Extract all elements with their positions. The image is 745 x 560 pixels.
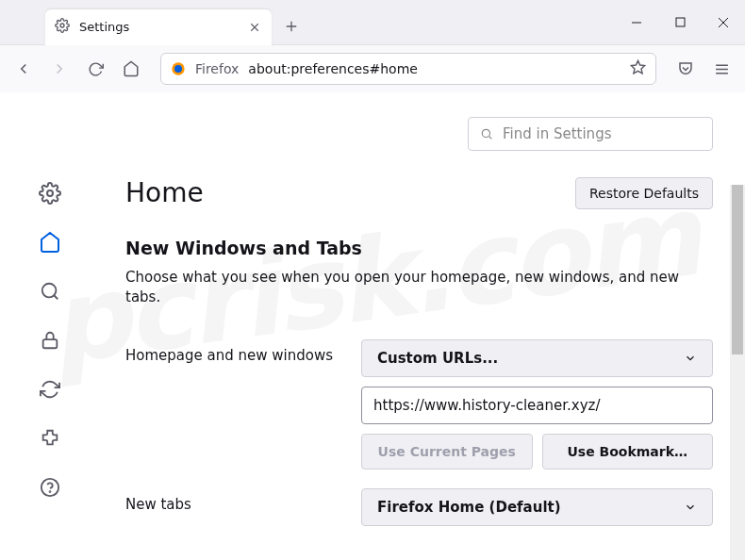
svg-point-9 [49, 491, 50, 492]
menu-button[interactable] [705, 53, 737, 85]
content-area: Find in Settings Home Restore Defaults N… [0, 92, 745, 560]
restore-defaults-button[interactable]: Restore Defaults [575, 177, 713, 209]
sidebar-help-icon[interactable] [39, 476, 61, 499]
search-placeholder: Find in Settings [503, 125, 611, 142]
use-current-pages-button[interactable]: Use Current Pages [361, 434, 533, 469]
find-in-settings-input[interactable]: Find in Settings [468, 117, 713, 151]
svg-rect-7 [42, 339, 57, 348]
sidebar-search-icon[interactable] [39, 280, 61, 303]
section-heading: New Windows and Tabs [125, 238, 713, 258]
maximize-button[interactable] [658, 0, 702, 45]
browser-tab[interactable]: Settings [45, 9, 272, 45]
use-bookmark-button[interactable]: Use Bookmark… [542, 434, 714, 469]
section-description: Choose what you see when you open your h… [125, 268, 713, 307]
back-button[interactable] [8, 53, 40, 85]
window-controls [615, 0, 745, 45]
url-text: about:preferences#home [248, 61, 418, 76]
close-icon[interactable] [247, 20, 262, 35]
sidebar-extensions-icon[interactable] [39, 427, 61, 450]
gear-icon [55, 18, 70, 37]
reload-button[interactable] [79, 53, 111, 85]
settings-sidebar [0, 92, 99, 560]
bookmark-star-icon[interactable] [630, 59, 646, 79]
minimize-button[interactable] [615, 0, 658, 45]
sidebar-home-icon[interactable] [39, 231, 61, 254]
page-title: Home [125, 177, 204, 208]
svg-point-0 [60, 24, 64, 27]
svg-rect-1 [676, 18, 685, 26]
svg-point-5 [47, 190, 53, 196]
svg-marker-4 [631, 60, 644, 73]
pocket-button[interactable] [670, 53, 702, 85]
new-tab-button[interactable] [277, 12, 306, 41]
home-button[interactable] [115, 53, 147, 85]
newtabs-label: New tabs [125, 488, 342, 513]
url-bar[interactable]: Firefox about:preferences#home [160, 53, 656, 85]
tab-title: Settings [79, 20, 238, 34]
url-identity: Firefox [195, 61, 239, 76]
firefox-icon [171, 61, 186, 76]
forward-button[interactable] [43, 53, 75, 85]
close-window-button[interactable] [702, 0, 745, 45]
settings-main: Find in Settings Home Restore Defaults N… [99, 92, 745, 560]
newtabs-select[interactable]: Firefox Home (Default) [361, 488, 713, 526]
svg-point-3 [174, 65, 182, 73]
chevron-down-icon [684, 352, 697, 365]
svg-point-6 [41, 284, 56, 298]
sidebar-general-icon[interactable] [39, 182, 61, 205]
homepage-url-input[interactable]: https://www.history-cleaner.xyz/ [361, 387, 713, 424]
scrollbar-thumb[interactable] [732, 185, 743, 354]
chevron-down-icon [684, 501, 697, 514]
sidebar-sync-icon[interactable] [39, 378, 61, 401]
homepage-mode-select[interactable]: Custom URLs... [361, 339, 713, 377]
homepage-label: Homepage and new windows [125, 339, 342, 364]
titlebar: Settings [0, 0, 745, 45]
nav-toolbar: Firefox about:preferences#home [0, 45, 745, 92]
svg-point-10 [482, 129, 489, 137]
sidebar-privacy-icon[interactable] [39, 329, 61, 352]
